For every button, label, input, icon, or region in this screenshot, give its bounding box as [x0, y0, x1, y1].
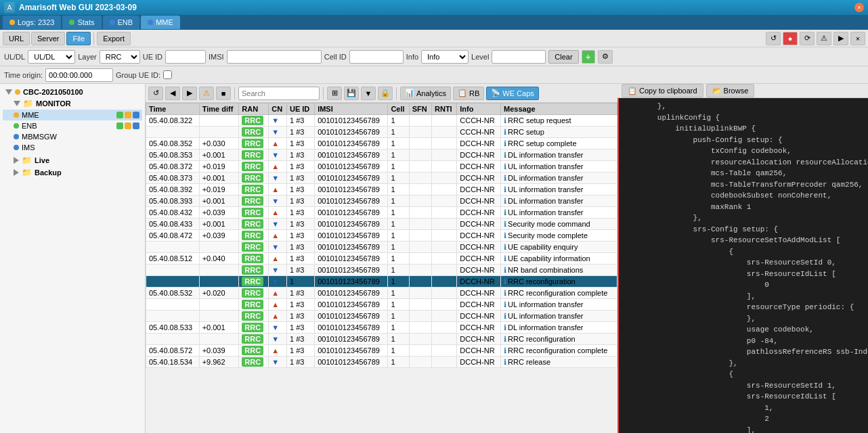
cell-timediff: +9.962: [199, 357, 239, 368]
time-origin-input[interactable]: [45, 68, 113, 82]
table-row[interactable]: 05.40.08.572 +0.039 RRC ▲ 1 #3 001010123…: [146, 345, 617, 357]
table-row[interactable]: 05.40.08.352 +0.030 RRC ▲ 1 #3 001010123…: [146, 138, 617, 150]
search-input[interactable]: [238, 87, 320, 100]
cell-sfn: [409, 299, 431, 311]
tab-mme[interactable]: MME: [141, 16, 180, 29]
sidebar-backup-header[interactable]: 📁 Backup: [3, 166, 142, 179]
grid-button[interactable]: ⊞: [327, 87, 342, 100]
tab-stats[interactable]: Stats: [62, 16, 101, 29]
rb-button[interactable]: 📋 RB: [453, 87, 484, 100]
sidebar-item-ims[interactable]: IMS: [3, 142, 142, 153]
ueid-input[interactable]: [165, 50, 206, 64]
save-button[interactable]: 💾: [344, 87, 359, 100]
filter-button[interactable]: ▼: [361, 87, 376, 100]
wecaps-button[interactable]: 📡 WE Caps: [486, 87, 538, 100]
uldl-select[interactable]: UL/DL: [28, 50, 75, 64]
cell-ueid: 1 #3: [286, 345, 314, 357]
stop-button[interactable]: ■: [216, 87, 231, 100]
table-row[interactable]: RRC ▼ 1 001010123456789 1 DCCH-NR ℹRRC r…: [146, 276, 617, 288]
table-row[interactable]: 05.40.08.532 +0.020 RRC ▲ 1 #3 001010123…: [146, 288, 617, 299]
sidebar-mme-ctrl2[interactable]: [125, 112, 131, 118]
cell-cell: 1: [388, 265, 409, 276]
tab-enb[interactable]: ENB: [103, 16, 140, 29]
table-row[interactable]: RRC ▲ 1 #3 001010123456789 1 DCCH-NR ℹUL…: [146, 299, 617, 311]
sidebar-item-mbmsgw[interactable]: MBMSGW: [3, 131, 142, 142]
table-row[interactable]: RRC ▼ 1 #3 001010123456789 1 CCCH-NR ℹRR…: [146, 127, 617, 138]
tabbar: Logs: 2323 Stats ENB MME: [0, 15, 868, 30]
analytics-button[interactable]: 📊 Analytics: [400, 87, 451, 100]
table-row[interactable]: 05.40.08.433 +0.001 RRC ▼ 1 #3 001010123…: [146, 219, 617, 230]
table-row[interactable]: RRC ▲ 1 #3 001010123456789 1 DCCH-NR ℹUL…: [146, 311, 617, 322]
cellid-input[interactable]: [349, 50, 404, 64]
refresh-button[interactable]: ↺: [148, 87, 163, 100]
sidebar-root-header[interactable]: CBC-2021050100: [3, 87, 142, 97]
toolbar-icon-1[interactable]: ↺: [766, 32, 781, 45]
cell-time: [146, 299, 200, 311]
table-row[interactable]: 05.40.08.373 +0.001 RRC ▼ 1 #3 001010123…: [146, 173, 617, 184]
cell-ueid: 1 #3: [286, 161, 314, 173]
cell-imsi: 001010123456789: [315, 334, 388, 345]
table-row[interactable]: 05.40.08.512 +0.040 RRC ▲ 1 #3 001010123…: [146, 253, 617, 265]
sidebar-monitor-header[interactable]: 📁 MONITOR: [3, 97, 142, 110]
table-row[interactable]: 05.40.08.393 +0.001 RRC ▼ 1 #3 001010123…: [146, 196, 617, 207]
layer-select[interactable]: RRC: [100, 50, 140, 64]
group-ueid-checkbox[interactable]: [163, 70, 172, 79]
server-button[interactable]: Server: [31, 32, 65, 45]
copy-clipboard-button[interactable]: 📋 Copy to clipboard: [622, 84, 703, 97]
toolbar-icon-2[interactable]: ●: [783, 32, 798, 45]
sidebar-enb-ctrl2[interactable]: [125, 122, 131, 129]
toolbar-right: ↺ ● ⟳ ⚠ ▶ ×: [766, 32, 865, 45]
close-button[interactable]: ×: [854, 3, 864, 12]
sidebar-live-header[interactable]: 📁 Live: [3, 154, 142, 166]
clear-button[interactable]: Clear: [548, 50, 578, 64]
cell-sfn: [409, 230, 431, 242]
table-row[interactable]: RRC ▼ 1 #3 001010123456789 1 DCCH-NR ℹUE…: [146, 242, 617, 253]
app-icon: A: [4, 2, 15, 13]
add-filter-button[interactable]: +: [582, 50, 595, 64]
cell-sfn: [409, 184, 431, 196]
table-row[interactable]: 05.40.08.353 +0.001 RRC ▼ 1 #3 001010123…: [146, 150, 617, 161]
cell-time: 05.40.08.392: [146, 184, 200, 196]
next-button[interactable]: ▶: [182, 87, 197, 100]
settings-filter-button[interactable]: ⚙: [598, 50, 613, 64]
cell-ran: RRC: [239, 115, 269, 127]
imsi-input[interactable]: [227, 50, 322, 64]
toolbar-close[interactable]: ×: [850, 32, 865, 45]
table-row[interactable]: 05.40.08.372 +0.019 RRC ▲ 1 #3 001010123…: [146, 161, 617, 173]
table-row[interactable]: 05.40.08.533 +0.001 RRC ▼ 1 #3 001010123…: [146, 322, 617, 334]
sidebar-mme-ctrl3[interactable]: [133, 112, 139, 118]
level-input[interactable]: [492, 50, 546, 64]
table-row[interactable]: RRC ▼ 1 #3 001010123456789 1 DCCH-NR ℹNR…: [146, 265, 617, 276]
sidebar-enb-ctrl1[interactable]: [116, 122, 123, 129]
sidebar-mme-ctrl1[interactable]: [116, 112, 123, 118]
cell-ueid: 1: [286, 276, 314, 288]
sidebar-item-enb[interactable]: ENB: [3, 120, 142, 131]
table-row[interactable]: 05.40.08.392 +0.019 RRC ▲ 1 #3 001010123…: [146, 184, 617, 196]
cell-timediff: [199, 276, 239, 288]
table-row[interactable]: 05.40.08.322 RRC ▼ 1 #3 001010123456789 …: [146, 115, 617, 127]
cell-ran: RRC: [239, 322, 269, 334]
toolbar-icon-5[interactable]: ▶: [833, 32, 848, 45]
lock-button[interactable]: 🔒: [378, 87, 393, 100]
export-button[interactable]: Export: [97, 32, 131, 45]
right-panel-wrapper: 📋 Copy to clipboard 📂 Browse }, uplinkCo…: [617, 84, 868, 433]
toolbar-icon-3[interactable]: ⟳: [800, 32, 815, 45]
file-button[interactable]: File: [66, 32, 91, 45]
table-row[interactable]: RRC ▼ 1 #3 001010123456789 1 DCCH-NR ℹRR…: [146, 334, 617, 345]
prev-button[interactable]: ◀: [165, 87, 180, 100]
table-row[interactable]: 05.40.18.534 +9.962 RRC ▼ 1 #3 001010123…: [146, 357, 617, 368]
toolbar-icon-4[interactable]: ⚠: [817, 32, 831, 45]
cell-message: ℹDL information transfer: [501, 150, 617, 161]
browse-button[interactable]: 📂 Browse: [706, 84, 755, 97]
cell-ran: RRC: [239, 173, 269, 184]
table-row[interactable]: 05.40.08.432 +0.039 RRC ▲ 1 #3 001010123…: [146, 207, 617, 219]
sidebar-enb-ctrl3[interactable]: [133, 122, 139, 129]
warn-button[interactable]: ⚠: [199, 87, 214, 100]
table-body: 05.40.08.322 RRC ▼ 1 #3 001010123456789 …: [146, 115, 617, 368]
url-button[interactable]: URL: [3, 32, 30, 45]
cell-message: ℹDL information transfer: [501, 322, 617, 334]
tab-logs[interactable]: Logs: 2323: [3, 16, 61, 29]
info-select[interactable]: Info: [421, 50, 469, 64]
sidebar-item-mme[interactable]: MME: [3, 110, 142, 120]
table-row[interactable]: 05.40.08.472 +0.039 RRC ▲ 1 #3 001010123…: [146, 230, 617, 242]
